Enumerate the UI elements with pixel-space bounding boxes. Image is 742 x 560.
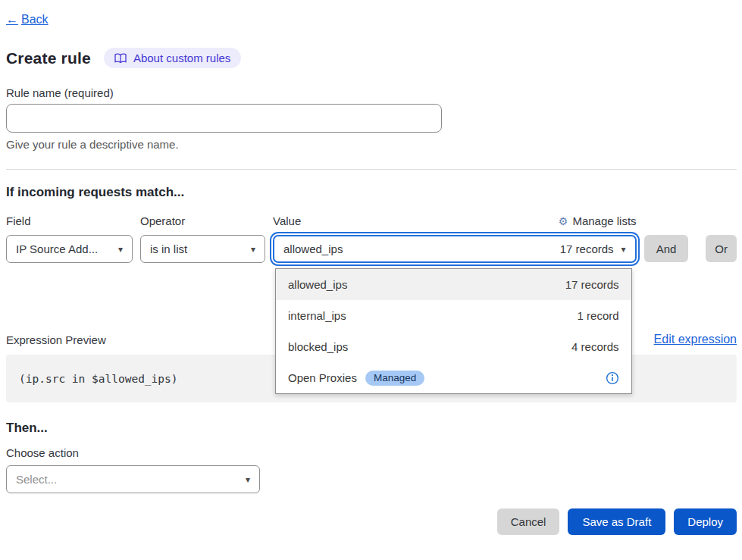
chevron-down-icon: ▾ [621, 244, 626, 255]
save-as-draft-button[interactable]: Save as Draft [568, 508, 665, 535]
operator-label: Operator [140, 214, 265, 235]
value-select-wrap: allowed_ips 17 records ▾ allowed_ips 17 … [273, 235, 637, 263]
list-option-blocked-ips[interactable]: blocked_ips 4 records [276, 331, 631, 362]
section-divider [6, 169, 737, 170]
field-column: Field IP Source Add... ▾ [6, 214, 133, 263]
page-title: Create rule [6, 49, 91, 67]
value-column: Value ⚙ Manage lists allowed_ips 17 reco… [273, 214, 637, 263]
footer-actions: Cancel Save as Draft Deploy [6, 508, 737, 535]
match-heading: If incoming requests match... [6, 185, 737, 200]
expression-code: (ip.src in $allowed_ips) [19, 373, 178, 385]
manage-lists-label: Manage lists [572, 214, 636, 227]
action-select[interactable]: Select... ▾ [6, 465, 260, 493]
value-select-right: 17 records ▾ [560, 242, 626, 255]
list-option-internal-ips[interactable]: internal_ips 1 record [276, 300, 631, 331]
rule-name-label: Rule name (required) [6, 86, 737, 99]
chevron-down-icon: ▾ [251, 244, 255, 255]
or-button[interactable]: Or [706, 235, 737, 262]
list-option-meta: 4 records [571, 340, 619, 353]
list-option-name: blocked_ips [288, 340, 348, 353]
chevron-down-icon: ▾ [118, 244, 123, 255]
info-icon[interactable] [606, 371, 619, 385]
back-arrow-icon: ← [6, 13, 18, 27]
back-link[interactable]: ←Back [6, 13, 49, 27]
list-option-open-proxies[interactable]: Open Proxies Managed [276, 362, 631, 393]
list-option-name: allowed_ips [288, 278, 347, 291]
and-button[interactable]: And [644, 235, 689, 262]
list-option-allowed-ips[interactable]: allowed_ips 17 records [276, 269, 631, 300]
about-custom-rules-label: About custom rules [133, 52, 230, 64]
operator-column: Operator is in list ▾ [140, 214, 265, 263]
andor-buttons: And Or [644, 235, 737, 262]
operator-select[interactable]: is in list ▾ [140, 235, 265, 263]
title-row: Create rule About custom rules [6, 48, 737, 68]
cancel-button[interactable]: Cancel [497, 508, 560, 535]
field-select-value: IP Source Add... [16, 242, 98, 255]
rule-name-helper: Give your rule a descriptive name. [6, 138, 737, 151]
about-custom-rules-link[interactable]: About custom rules [104, 48, 241, 68]
manage-lists-link[interactable]: ⚙ Manage lists [559, 214, 637, 227]
chevron-down-icon: ▾ [246, 474, 250, 485]
list-dropdown: allowed_ips 17 records internal_ips 1 re… [275, 268, 632, 394]
then-heading: Then... [6, 421, 737, 436]
book-icon [114, 53, 127, 64]
back-label: Back [21, 13, 49, 27]
list-option-name: internal_ips [288, 309, 346, 322]
field-select[interactable]: IP Source Add... ▾ [6, 235, 133, 263]
list-option-name: Open Proxies [288, 371, 357, 384]
gear-icon: ⚙ [559, 215, 568, 227]
value-label-row: Value ⚙ Manage lists [273, 214, 637, 235]
expression-preview-label: Expression Preview [6, 333, 106, 346]
list-option-name-wrap: Open Proxies Managed [288, 371, 424, 386]
choose-action-label: Choose action [6, 446, 737, 459]
operator-select-value: is in list [150, 242, 187, 255]
rule-name-input[interactable] [6, 104, 442, 133]
create-rule-page: ←Back Create rule About custom rules Rul… [0, 0, 742, 560]
managed-badge: Managed [365, 371, 424, 386]
deploy-button[interactable]: Deploy [674, 508, 737, 535]
field-label: Field [6, 214, 133, 235]
value-label: Value [273, 214, 301, 235]
edit-expression-link[interactable]: Edit expression [654, 333, 737, 346]
value-select[interactable]: allowed_ips 17 records ▾ [273, 235, 637, 263]
value-select-records: 17 records [560, 242, 614, 255]
value-select-value: allowed_ips [283, 242, 343, 255]
list-option-meta: 17 records [565, 278, 619, 291]
match-controls-row: Field IP Source Add... ▾ Operator is in … [6, 214, 737, 263]
action-select-placeholder: Select... [16, 473, 57, 486]
list-option-meta: 1 record [578, 309, 619, 322]
